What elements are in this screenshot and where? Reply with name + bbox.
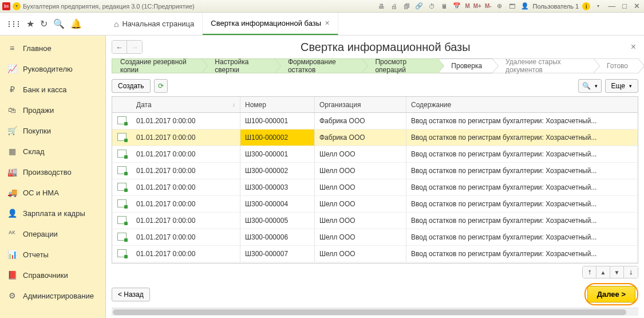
calendar-icon[interactable]: 📅 bbox=[452, 2, 461, 11]
sidebar-item-4[interactable]: 🛒Покупки bbox=[0, 120, 105, 141]
wizard-step-6[interactable]: Готово bbox=[594, 58, 639, 73]
nav-forward[interactable]: → bbox=[127, 41, 142, 53]
print-icon[interactable]: 🖨 bbox=[389, 2, 398, 11]
sidebar-item-1[interactable]: 📈Руководителю bbox=[0, 58, 105, 79]
table-row[interactable]: 01.01.2017 0:00:00Ш300-000007Шелл ОООВво… bbox=[112, 246, 638, 262]
favorite-icon[interactable]: ⏱ bbox=[427, 2, 436, 11]
memory-m-plus[interactable]: M+ bbox=[473, 3, 481, 9]
col-org[interactable]: Организация bbox=[315, 97, 406, 112]
history-icon[interactable]: ↻ bbox=[40, 18, 48, 29]
sidebar-item-7[interactable]: 🚚ОС и НМА bbox=[0, 182, 105, 203]
cell-org: Шелл ООО bbox=[315, 196, 406, 212]
create-button[interactable]: Создать bbox=[112, 79, 151, 93]
apps-icon[interactable]: ⫶⫶⫶ bbox=[7, 19, 21, 29]
wizard-step-4[interactable]: Проверка bbox=[438, 58, 493, 73]
content-close-icon[interactable]: × bbox=[629, 42, 638, 52]
col-date[interactable]: Дата↓ bbox=[132, 97, 240, 112]
cell-org: Шелл ООО bbox=[315, 179, 406, 195]
info-dropdown[interactable]: ▾ bbox=[594, 2, 603, 11]
app-menu-dropdown[interactable]: ▾ bbox=[13, 2, 21, 10]
cell-desc: Ввод остатков по регистрам бухгалтерии: … bbox=[406, 179, 638, 195]
layout-icon[interactable]: 🗔 bbox=[508, 2, 517, 11]
document-icon bbox=[117, 199, 127, 207]
star-icon[interactable]: ★ bbox=[26, 18, 34, 29]
next-button[interactable]: Далее > bbox=[587, 286, 635, 303]
bell-icon[interactable]: 🔔 bbox=[70, 18, 82, 29]
row-down[interactable]: ▼ bbox=[610, 266, 624, 278]
sidebar-label: Зарплата и кадры bbox=[23, 209, 85, 218]
memory-m-minus[interactable]: M- bbox=[485, 3, 492, 9]
wizard-step-5[interactable]: Удаление старых документов bbox=[492, 58, 594, 73]
table-row[interactable]: 01.01.2017 0:00:00Ш300-000002Шелл ОООВво… bbox=[112, 163, 638, 179]
wizard-step-0[interactable]: Создание резервной копии bbox=[112, 58, 202, 73]
sidebar-item-3[interactable]: 🛍Продажи bbox=[0, 100, 105, 120]
table-row[interactable]: 01.01.2017 0:00:00Ш300-000001Шелл ОООВво… bbox=[112, 146, 638, 163]
refresh-icon: ⟳ bbox=[158, 82, 164, 90]
col-desc[interactable]: Содержание bbox=[406, 97, 638, 112]
sidebar-icon: 🛍 bbox=[7, 105, 17, 115]
sidebar-icon: 👤 bbox=[7, 209, 17, 218]
app-title: Бухгалтерия предприятия, редакция 3.0 (1… bbox=[23, 3, 195, 10]
back-button[interactable]: < Назад bbox=[112, 288, 150, 301]
more-button[interactable]: Еще▾ bbox=[605, 79, 638, 93]
user-label[interactable]: Пользователь 1 bbox=[533, 3, 579, 10]
search-filter-button[interactable]: 🔍▾ bbox=[578, 79, 602, 93]
calc-icon[interactable]: 🖩 bbox=[440, 2, 449, 11]
wizard-step-1[interactable]: Настройка свертки bbox=[202, 58, 275, 73]
row-up[interactable]: ▲ bbox=[596, 266, 610, 278]
info-icon[interactable]: i bbox=[582, 2, 590, 10]
row-last[interactable]: ⤓ bbox=[624, 266, 638, 278]
sort-down-icon: ↓ bbox=[232, 101, 235, 108]
sidebar-item-10[interactable]: 📊Отчеты bbox=[0, 244, 105, 265]
sidebar-item-0[interactable]: ≡Главное bbox=[0, 38, 105, 58]
memory-m[interactable]: M bbox=[465, 3, 469, 9]
nav-back[interactable]: ← bbox=[112, 41, 127, 53]
sidebar: ≡Главное📈Руководителю₽Банк и касса🛍Прода… bbox=[0, 36, 106, 318]
search-icon[interactable]: 🔍 bbox=[53, 18, 65, 29]
document-icon bbox=[117, 249, 127, 257]
tab-home-label: Начальная страница bbox=[122, 19, 194, 28]
sidebar-icon: 🚚 bbox=[7, 188, 17, 197]
table-row[interactable]: 01.01.2017 0:00:00Ш300-000005Шелл ОООВво… bbox=[112, 213, 638, 229]
wizard: Создание резервной копииНастройка свертк… bbox=[112, 58, 638, 73]
table-row[interactable]: 01.01.2017 0:00:00Ш100-000002Фабрика ООО… bbox=[112, 129, 638, 146]
table-row[interactable]: 01.01.2017 0:00:00Ш300-000004Шелл ОООВво… bbox=[112, 196, 638, 213]
table-row[interactable]: 01.01.2017 0:00:00Ш300-000006Шелл ОООВво… bbox=[112, 229, 638, 246]
window-maximize[interactable]: □ bbox=[621, 2, 629, 10]
tab-close-icon[interactable]: ✕ bbox=[325, 19, 330, 27]
col-number[interactable]: Номер bbox=[240, 97, 315, 112]
sidebar-label: Отчеты bbox=[23, 250, 49, 259]
cell-org: Шелл ООО bbox=[315, 146, 406, 162]
print-preview-icon[interactable]: 🖶 bbox=[377, 2, 386, 11]
horizontal-scrollbar[interactable] bbox=[112, 308, 638, 316]
sidebar-label: Производство bbox=[23, 168, 72, 176]
sidebar-item-8[interactable]: 👤Зарплата и кадры bbox=[0, 203, 105, 223]
sidebar-label: Главное bbox=[23, 44, 52, 53]
cell-number: Ш300-000002 bbox=[240, 163, 315, 179]
window-close[interactable]: ✕ bbox=[632, 2, 642, 10]
wizard-step-2[interactable]: Формирование остатков bbox=[275, 58, 363, 73]
sidebar-item-11[interactable]: 📕Справочники bbox=[0, 265, 105, 285]
table-row[interactable]: 01.01.2017 0:00:00Ш100-000001Фабрика ООО… bbox=[112, 113, 638, 129]
page-title: Свертка информационной базы bbox=[143, 41, 629, 54]
sidebar-item-6[interactable]: 🏭Производство bbox=[0, 162, 105, 182]
tab-home[interactable]: ⌂ Начальная страница bbox=[106, 13, 203, 35]
cell-number: Ш300-000007 bbox=[240, 246, 315, 262]
refresh-button[interactable]: ⟳ bbox=[154, 79, 168, 93]
link-icon[interactable]: 🔗 bbox=[414, 2, 424, 11]
sidebar-item-5[interactable]: ▦Склад bbox=[0, 141, 105, 162]
table-row[interactable]: 01.01.2017 0:00:00Ш300-000003Шелл ОООВво… bbox=[112, 179, 638, 196]
compare-icon[interactable]: 🗐 bbox=[402, 2, 411, 11]
sidebar-icon: 📊 bbox=[7, 250, 17, 259]
sidebar-item-12[interactable]: ⚙Администрирование bbox=[0, 285, 105, 306]
cell-desc: Ввод остатков по регистрам бухгалтерии: … bbox=[406, 113, 638, 129]
window-minimize[interactable]: — bbox=[606, 2, 617, 10]
wizard-step-3[interactable]: Просмотр операций bbox=[362, 58, 438, 73]
cell-number: Ш300-000003 bbox=[240, 179, 315, 195]
sidebar-item-9[interactable]: ᴬᴷОперации bbox=[0, 223, 105, 244]
tab-active[interactable]: Свертка информационной базы ✕ bbox=[203, 13, 338, 35]
cell-desc: Ввод остатков по регистрам бухгалтерии: … bbox=[406, 129, 638, 146]
row-first[interactable]: ⤒ bbox=[583, 266, 596, 278]
sidebar-item-2[interactable]: ₽Банк и касса bbox=[0, 79, 105, 100]
zoom-icon[interactable]: ⊕ bbox=[495, 2, 504, 11]
